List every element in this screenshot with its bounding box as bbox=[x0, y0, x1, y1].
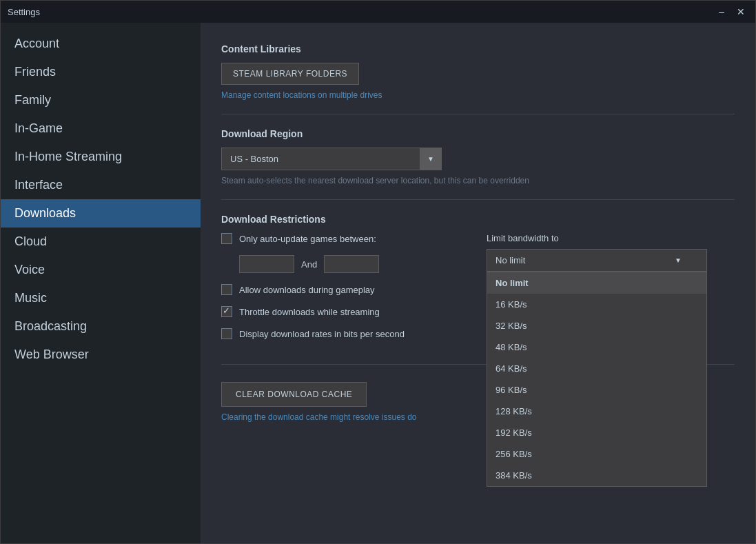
sidebar-item-downloads[interactable]: Downloads bbox=[1, 199, 201, 228]
content-area: Account Friends Family In-Game In-Home S… bbox=[1, 23, 755, 543]
auto-update-label: Only auto-update games between: bbox=[239, 234, 376, 244]
bandwidth-option-192[interactable]: 192 KB/s bbox=[487, 422, 706, 443]
minimize-button[interactable]: – bbox=[715, 6, 728, 18]
time-start-input[interactable] bbox=[239, 255, 294, 273]
sidebar-item-friends[interactable]: Friends bbox=[1, 58, 201, 86]
sidebar-item-account[interactable]: Account bbox=[1, 30, 201, 58]
bandwidth-dropdown: No limit 16 KB/s 32 KB/s 48 KB/s 64 KB/s… bbox=[487, 272, 707, 487]
sidebar-item-broadcasting[interactable]: Broadcasting bbox=[1, 312, 201, 341]
close-button[interactable]: ✕ bbox=[733, 6, 748, 18]
sidebar-item-in-home-streaming[interactable]: In-Home Streaming bbox=[1, 143, 201, 171]
sidebar-item-interface[interactable]: Interface bbox=[1, 171, 201, 199]
main-content: Content Libraries STEAM LIBRARY FOLDERS … bbox=[201, 23, 755, 543]
throttle-checkbox[interactable] bbox=[221, 306, 232, 317]
restrictions-left: Only auto-update games between: And Allo… bbox=[221, 233, 466, 350]
bandwidth-option-32[interactable]: 32 KB/s bbox=[487, 315, 706, 336]
content-libraries-title: Content Libraries bbox=[221, 43, 735, 54]
and-label: And bbox=[301, 259, 317, 270]
sidebar-item-web-browser[interactable]: Web Browser bbox=[1, 341, 201, 369]
bandwidth-label: Limit bandwidth to bbox=[487, 233, 735, 243]
sidebar-item-music[interactable]: Music bbox=[1, 284, 201, 312]
bandwidth-option-384[interactable]: 384 KB/s bbox=[487, 465, 706, 486]
bandwidth-option-16[interactable]: 16 KB/s bbox=[487, 294, 706, 315]
download-region-title: Download Region bbox=[221, 128, 735, 139]
bandwidth-option-256[interactable]: 256 KB/s bbox=[487, 443, 706, 465]
region-dropdown-wrapper: US - Boston US - New York US - Seattle ▼ bbox=[221, 148, 442, 170]
restrictions-layout: Only auto-update games between: And Allo… bbox=[221, 233, 735, 350]
download-restrictions-title: Download Restrictions bbox=[221, 214, 735, 225]
throttle-label: Throttle downloads while streaming bbox=[239, 307, 380, 317]
manage-content-text: Manage content locations on multiple dri… bbox=[221, 90, 735, 100]
sidebar-item-in-game[interactable]: In-Game bbox=[1, 114, 201, 143]
divider-2 bbox=[221, 199, 735, 200]
divider-1 bbox=[221, 114, 735, 114]
auto-update-checkbox[interactable] bbox=[221, 233, 232, 244]
bandwidth-option-128[interactable]: 128 KB/s bbox=[487, 401, 706, 422]
allow-downloads-row: Allow downloads during gameplay bbox=[221, 284, 466, 295]
auto-select-text: Steam auto-selects the nearest download … bbox=[221, 176, 735, 185]
settings-window: Settings – ✕ Account Friends Family In-G… bbox=[0, 0, 756, 544]
sidebar-item-voice[interactable]: Voice bbox=[1, 256, 201, 284]
download-restrictions-section: Download Restrictions Only auto-update g… bbox=[221, 214, 735, 350]
content-libraries-section: Content Libraries STEAM LIBRARY FOLDERS … bbox=[221, 43, 735, 100]
download-region-section: Download Region US - Boston US - New Yor… bbox=[221, 128, 735, 185]
bandwidth-option-64[interactable]: 64 KB/s bbox=[487, 358, 706, 379]
time-row: And bbox=[239, 255, 466, 273]
allow-downloads-checkbox[interactable] bbox=[221, 284, 232, 295]
sidebar-item-cloud[interactable]: Cloud bbox=[1, 228, 201, 256]
region-select[interactable]: US - Boston US - New York US - Seattle bbox=[221, 148, 442, 170]
display-bits-label: Display download rates in bits per secon… bbox=[239, 329, 405, 339]
display-bits-checkbox[interactable] bbox=[221, 328, 232, 339]
title-bar: Settings – ✕ bbox=[1, 1, 755, 23]
bandwidth-selected-value: No limit bbox=[496, 255, 525, 265]
window-controls: – ✕ bbox=[715, 6, 748, 18]
bandwidth-arrow-icon: ▼ bbox=[675, 256, 682, 264]
window-title: Settings bbox=[8, 7, 40, 17]
clear-download-cache-button[interactable]: CLEAR DOWNLOAD CACHE bbox=[221, 382, 367, 407]
bandwidth-option-48[interactable]: 48 KB/s bbox=[487, 336, 706, 358]
bandwidth-select-display[interactable]: No limit ▼ bbox=[487, 249, 707, 272]
bandwidth-option-96[interactable]: 96 KB/s bbox=[487, 379, 706, 401]
steam-library-folders-button[interactable]: STEAM LIBRARY FOLDERS bbox=[221, 63, 359, 85]
bandwidth-select-wrapper: No limit ▼ No limit 16 KB/s 32 KB/s 48 K… bbox=[487, 249, 707, 272]
time-end-input[interactable] bbox=[324, 255, 379, 273]
auto-update-row: Only auto-update games between: bbox=[221, 233, 466, 244]
sidebar: Account Friends Family In-Game In-Home S… bbox=[1, 23, 201, 543]
display-bits-row: Display download rates in bits per secon… bbox=[221, 328, 466, 339]
restrictions-right: Limit bandwidth to No limit ▼ No limit 1… bbox=[487, 233, 735, 350]
sidebar-item-family[interactable]: Family bbox=[1, 86, 201, 114]
bandwidth-option-no-limit[interactable]: No limit bbox=[487, 272, 706, 294]
throttle-row: Throttle downloads while streaming bbox=[221, 306, 466, 317]
allow-downloads-label: Allow downloads during gameplay bbox=[239, 285, 375, 295]
